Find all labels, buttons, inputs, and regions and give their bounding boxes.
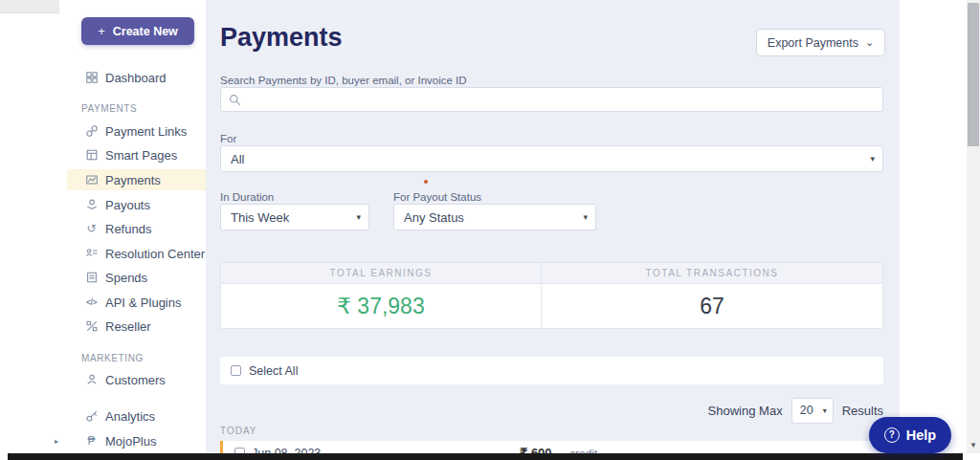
sidebar-item-customers[interactable]: Customers [67,369,206,390]
sidebar-item-payments[interactable]: Payments [67,169,206,190]
sidebar-item-label: Payouts [105,198,150,212]
key-icon [84,409,99,424]
sidebar-item-spends[interactable]: Spends [67,267,206,288]
window-corner-notch [0,0,59,13]
sidebar-item-label: MojoPlus [105,434,156,449]
showing-max-row: Showing Max 20 ▾ Results [220,396,883,425]
select-all-checkbox[interactable] [231,365,241,376]
percent-icon [84,319,99,334]
sidebar-item-payment-links[interactable]: Payment Links [67,120,206,142]
payments-page: + Create New Dashboard PAYMENTS Payment … [0,0,980,460]
customers-icon [84,373,99,387]
code-icon: </> [84,296,99,310]
caret-down-icon: ▾ [356,212,361,222]
chart-icon [84,173,99,187]
select-all-label: Select All [249,364,298,378]
sidebar-item-resolution-center[interactable]: Resolution Center [67,243,206,264]
dashboard-icon [84,71,99,85]
create-new-button[interactable]: + Create New [81,17,194,45]
sidebar: + Create New Dashboard PAYMENTS Payment … [0,0,206,460]
search-field[interactable] [220,87,883,112]
for-label: For [220,133,236,144]
summary-card: TOTAL EARNINGS TOTAL TRANSACTIONS ₹ 37,9… [220,262,883,329]
sidebar-item-smart-pages[interactable]: Smart Pages [67,144,206,165]
summary-header-row: TOTAL EARNINGS TOTAL TRANSACTIONS [221,263,882,284]
total-earnings-value: ₹ 37,983 [221,284,542,328]
sidebar-item-label: Payment Links [105,124,187,139]
sidebar-item-refunds[interactable]: ↺ Refunds [67,218,206,239]
for-select-value: All [231,152,244,166]
page-layout-icon [84,148,99,163]
sidebar-item-label: Refunds [105,222,151,236]
for-select[interactable]: All ▾ [220,145,883,172]
payout-status-value: Any Status [404,210,464,225]
sidebar-item-label: Dashboard [105,71,167,85]
scrollbar-thumb[interactable] [968,3,979,146]
today-section-label: TODAY [220,426,257,436]
chevron-down-icon: ⌄ [865,36,874,49]
sidebar-item-dashboard[interactable]: Dashboard [67,67,206,88]
sidebar-item-label: Spends [105,271,147,285]
sidebar-item-label: Analytics [105,409,155,424]
showing-max-label: Showing Max [708,404,783,418]
bottom-window-bar [8,453,963,460]
sidebar-item-label: Customers [105,373,166,387]
export-payments-button[interactable]: Export Payments ⌄ [756,29,885,56]
sidebar-item-label: API & Plugins [105,296,182,310]
export-payments-label: Export Payments [768,36,858,50]
total-earnings-header: TOTAL EARNINGS [221,263,542,283]
sidebar-section-marketing: MARKETING [81,353,144,363]
plus-icon: + [98,24,105,38]
people-list-icon [84,247,99,261]
sidebar-item-label: Smart Pages [105,148,177,163]
search-input[interactable] [247,93,875,106]
alert-dot [424,180,428,184]
help-label: Help [906,427,936,443]
main-content: Payments Export Payments ⌄ Search Paymen… [206,0,900,460]
help-button[interactable]: ? Help [869,417,951,453]
coins-icon [84,198,99,212]
mojoplus-icon: ₱ [84,434,99,449]
in-duration-value: This Week [231,210,289,225]
payout-status-select[interactable]: Any Status ▾ [393,204,596,230]
search-label: Search Payments by ID, buyer email, or I… [220,75,467,86]
in-duration-select[interactable]: This Week ▾ [220,204,369,230]
create-new-label: Create New [113,25,178,38]
sidebar-item-reseller[interactable]: Reseller [67,316,206,337]
select-all-bar: Select All [220,357,883,384]
refresh-icon: ↺ [84,222,99,236]
results-label: Results [842,404,883,418]
page-title: Payments [220,23,343,53]
sidebar-item-mojoplus[interactable]: ₱ MojoPlus [67,430,206,451]
sidebar-item-analytics[interactable]: Analytics [67,405,206,427]
summary-values-row: ₹ 37,983 67 [221,284,882,328]
document-icon [84,271,99,285]
search-icon [229,94,241,106]
sidebar-item-label: Resolution Center [105,247,205,261]
caret-down-icon: ▾ [823,406,827,415]
expand-arrow-icon[interactable]: ▸ [55,430,58,451]
max-results-value: 20 [800,404,813,417]
caret-down-icon: ▾ [870,154,875,164]
sidebar-section-payments: PAYMENTS [81,103,137,114]
sidebar-item-label: Payments [105,173,161,187]
caret-down-icon: ▾ [583,212,588,222]
scrollbar-down-arrow-icon[interactable]: ▾ [967,440,980,449]
in-duration-label: In Duration [220,191,274,203]
payout-status-label: For Payout Status [393,191,481,203]
sidebar-item-payouts[interactable]: Payouts [67,194,206,215]
max-results-select[interactable]: 20 ▾ [791,398,834,424]
link-icon [84,124,99,139]
sidebar-item-label: Reseller [105,319,151,334]
total-transactions-value: 67 [542,284,882,328]
question-mark-icon: ? [884,427,900,443]
sidebar-item-api-plugins[interactable]: </> API & Plugins [67,292,206,313]
total-transactions-header: TOTAL TRANSACTIONS [542,263,882,283]
